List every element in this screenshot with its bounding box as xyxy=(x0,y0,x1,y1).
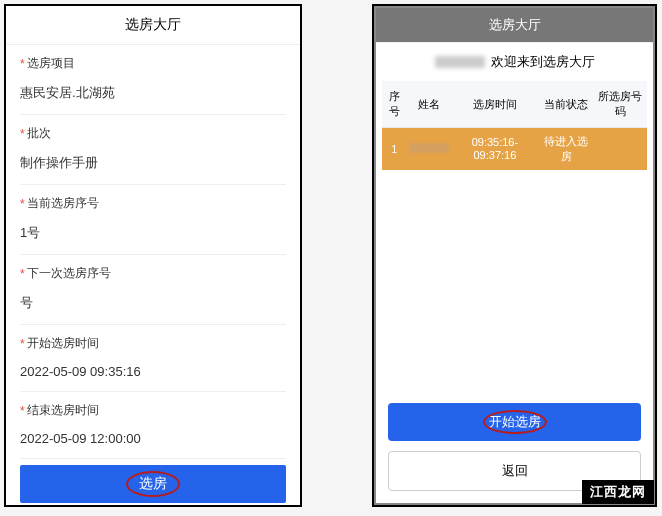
welcome-text: 欢迎来到选房大厅 xyxy=(491,53,595,71)
field-value: 制作操作手册 xyxy=(20,154,286,178)
start-select-button[interactable]: 开始选房 xyxy=(388,403,641,441)
table-header: 序号 姓名 选房时间 当前状态 所选房号码 xyxy=(382,81,647,128)
field-label: *结束选房时间 xyxy=(20,402,286,419)
cell-seq: 1 xyxy=(382,128,407,171)
required-icon: * xyxy=(20,267,25,281)
spacer xyxy=(376,170,653,403)
field-value: 号 xyxy=(20,294,286,318)
button-label: 选房 xyxy=(139,475,167,491)
field-current-seq: *当前选房序号 1号 xyxy=(20,185,286,255)
field-label: *开始选房时间 xyxy=(20,335,286,352)
field-batch: *批次 制作操作手册 xyxy=(20,115,286,185)
field-label: *选房项目 xyxy=(20,55,286,72)
th-room: 所选房号码 xyxy=(593,81,647,128)
th-status: 当前状态 xyxy=(539,81,593,128)
blurred-username xyxy=(435,56,485,68)
field-label: *下一次选房序号 xyxy=(20,265,286,282)
cell-room xyxy=(593,128,647,171)
field-label: *当前选房序号 xyxy=(20,195,286,212)
selection-table: 序号 姓名 选房时间 当前状态 所选房号码 1 09:35:16-09:37:1… xyxy=(382,81,647,170)
th-name: 姓名 xyxy=(407,81,451,128)
right-header-title: 选房大厅 xyxy=(376,8,653,43)
field-value: 惠民安居.北湖苑 xyxy=(20,84,286,108)
field-project: *选房项目 惠民安居.北湖苑 xyxy=(20,45,286,115)
field-start-time: *开始选房时间 2022-05-09 09:35:16 xyxy=(20,325,286,392)
table-row: 1 09:35:16-09:37:16 待进入选房 xyxy=(382,128,647,171)
right-phone-frame: 选房大厅 欢迎来到选房大厅 序号 姓名 选房时间 当前状态 所选房号码 1 xyxy=(372,4,657,507)
th-seq: 序号 xyxy=(382,81,407,128)
field-value: 2022-05-09 09:35:16 xyxy=(20,364,286,385)
field-value: 1号 xyxy=(20,224,286,248)
field-label: *批次 xyxy=(20,125,286,142)
button-label: 返回 xyxy=(502,463,528,478)
required-icon: * xyxy=(20,197,25,211)
left-phone-frame: 选房大厅 *选房项目 惠民安居.北湖苑 *批次 制作操作手册 *当前选房序号 1… xyxy=(4,4,302,507)
left-header-title: 选房大厅 xyxy=(6,6,300,45)
right-inner: 选房大厅 欢迎来到选房大厅 序号 姓名 选房时间 当前状态 所选房号码 1 xyxy=(376,8,653,503)
blurred-name xyxy=(409,143,449,153)
cell-name xyxy=(407,128,451,171)
watermark: 江西龙网 xyxy=(582,480,654,504)
required-icon: * xyxy=(20,337,25,351)
select-room-button[interactable]: 选房 xyxy=(20,465,286,503)
field-next-seq: *下一次选房序号 号 xyxy=(20,255,286,325)
field-value: 2022-05-09 12:00:00 xyxy=(20,431,286,452)
required-icon: * xyxy=(20,404,25,418)
field-end-time: *结束选房时间 2022-05-09 12:00:00 xyxy=(20,392,286,459)
welcome-bar: 欢迎来到选房大厅 xyxy=(376,43,653,81)
cell-status: 待进入选房 xyxy=(539,128,593,171)
required-icon: * xyxy=(20,127,25,141)
left-content: *选房项目 惠民安居.北湖苑 *批次 制作操作手册 *当前选房序号 1号 *下一… xyxy=(6,45,300,459)
th-time: 选房时间 xyxy=(451,81,539,128)
button-label: 开始选房 xyxy=(489,414,541,429)
required-icon: * xyxy=(20,57,25,71)
cell-time: 09:35:16-09:37:16 xyxy=(451,128,539,171)
